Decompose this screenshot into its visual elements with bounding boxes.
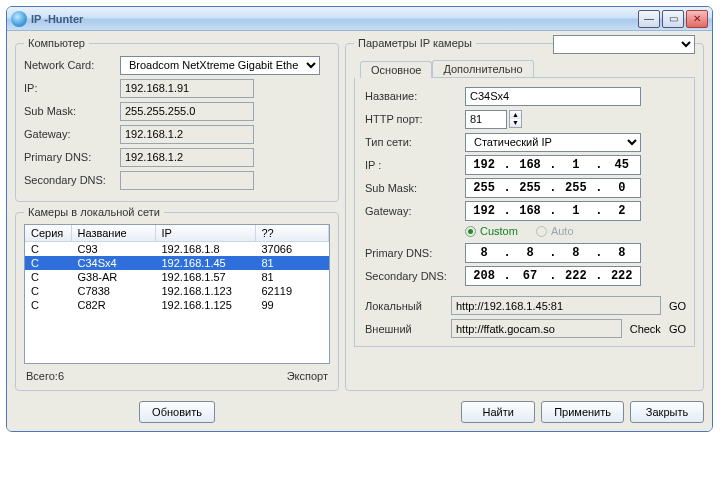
camera-gw-input[interactable]: 192. 168. 1. 2 <box>465 201 641 221</box>
radio-auto[interactable]: Auto <box>536 225 574 237</box>
tab-main[interactable]: Основное <box>360 61 432 78</box>
apply-button[interactable]: Применить <box>541 401 624 423</box>
network-card-select[interactable]: Broadcom NetXtreme Gigabit Ethe <box>120 56 320 75</box>
table-row[interactable]: CC82R192.168.1.12599 <box>25 298 329 312</box>
table-row[interactable]: CC34Sx4192.168.1.4581 <box>25 256 329 270</box>
main-window: IP -Hunter — ▭ ✕ Компьютер Network Card:… <box>6 6 713 432</box>
external-url-label: Внешний <box>365 323 443 335</box>
computer-ip-field: 192.168.1.91 <box>120 79 254 98</box>
camera-list[interactable]: Серия Название IP ?? CC93192.168.1.83706… <box>24 224 330 364</box>
table-row[interactable]: CG38-AR192.168.1.5781 <box>25 270 329 284</box>
network-type-select[interactable]: Статический IP <box>465 133 641 152</box>
local-go-link[interactable]: GO <box>669 300 686 312</box>
col-name[interactable]: Название <box>71 225 155 242</box>
pdns-label: Primary DNS: <box>24 151 120 163</box>
camera-mask-input[interactable]: 255. 255. 255. 0 <box>465 178 641 198</box>
minimize-button[interactable]: — <box>638 10 660 28</box>
http-port-input[interactable] <box>465 110 507 129</box>
export-link[interactable]: Экспорт <box>287 370 328 382</box>
col-ip[interactable]: IP <box>155 225 255 242</box>
computer-mask-field: 255.255.255.0 <box>120 102 254 121</box>
col-series[interactable]: Серия <box>25 225 71 242</box>
close-window-button[interactable]: Закрыть <box>630 401 704 423</box>
local-cameras-group: Камеры в локальной сети Серия Название I… <box>15 206 339 391</box>
computer-sdns-field <box>120 171 254 190</box>
table-row[interactable]: CC7838192.168.1.12362119 <box>25 284 329 298</box>
computer-pdns-field: 192.168.1.2 <box>120 148 254 167</box>
close-button[interactable]: ✕ <box>686 10 708 28</box>
external-url-field: http://ffatk.gocam.so <box>451 319 622 338</box>
find-button[interactable]: Найти <box>461 401 535 423</box>
sdns-label: Secondary DNS: <box>24 174 120 186</box>
mask-label: Sub Mask: <box>24 105 120 117</box>
cam-sdns-label: Secondary DNS: <box>365 270 465 282</box>
computer-gw-field: 192.168.1.2 <box>120 125 254 144</box>
total-label: Всего:6 <box>26 370 64 382</box>
refresh-button[interactable]: Обновить <box>139 401 215 423</box>
name-label: Название: <box>365 90 465 102</box>
http-label: HTTP порт: <box>365 113 465 125</box>
table-row[interactable]: CC93192.168.1.837066 <box>25 242 329 257</box>
local-url-label: Локальный <box>365 300 443 312</box>
http-port-spinner[interactable]: ▲▼ <box>509 110 522 128</box>
nc-label: Network Card: <box>24 59 120 71</box>
camera-params-legend: Параметры IP камеры <box>358 37 472 49</box>
title-bar: IP -Hunter — ▭ ✕ <box>7 7 712 31</box>
maximize-button[interactable]: ▭ <box>662 10 684 28</box>
local-url-field: http://192.168.1.45:81 <box>451 296 661 315</box>
cam-pdns-label: Primary DNS: <box>365 247 465 259</box>
app-icon <box>11 11 27 27</box>
radio-custom[interactable]: Custom <box>465 225 518 237</box>
window-title: IP -Hunter <box>31 13 83 25</box>
cam-mask-label: Sub Mask: <box>365 182 465 194</box>
cam-gw-label: Gateway: <box>365 205 465 217</box>
camera-name-input[interactable] <box>465 87 641 106</box>
gw-label: Gateway: <box>24 128 120 140</box>
camera-sdns-input[interactable]: 208. 67. 222. 222 <box>465 266 641 286</box>
camera-select[interactable] <box>553 35 695 54</box>
col-qq[interactable]: ?? <box>255 225 329 242</box>
computer-legend: Компьютер <box>24 37 89 49</box>
ip-label: IP: <box>24 82 120 94</box>
external-go-link[interactable]: GO <box>669 323 686 335</box>
external-check-link[interactable]: Check <box>630 323 661 335</box>
camera-pdns-input[interactable]: 8. 8. 8. 8 <box>465 243 641 263</box>
nettype-label: Тип сети: <box>365 136 465 148</box>
camera-ip-input[interactable]: 192. 168. 1. 45 <box>465 155 641 175</box>
camera-params-group: Параметры IP камеры Основное Дополнитель… <box>345 37 704 391</box>
cam-ip-label: IP : <box>365 159 465 171</box>
tab-advanced[interactable]: Дополнительно <box>432 60 533 77</box>
local-cameras-legend: Камеры в локальной сети <box>24 206 164 218</box>
computer-group: Компьютер Network Card: Broadcom NetXtre… <box>15 37 339 202</box>
tab-main-panel: Название: HTTP порт: ▲▼ Тип сети: <box>354 78 695 347</box>
